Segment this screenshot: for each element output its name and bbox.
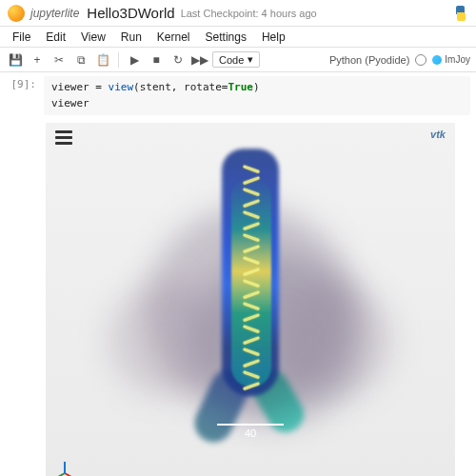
run-button[interactable]: ▶ [125,50,144,69]
orientation-axes[interactable] [51,454,76,476]
paste-button[interactable]: 📋 [93,50,112,69]
imjoy-badge[interactable]: ImJoy [432,54,470,65]
python-icon [453,6,468,21]
menu-settings[interactable]: Settings [199,29,253,46]
imjoy-label: ImJoy [445,54,470,65]
kernel-name[interactable]: Python (Pyodide) [329,54,409,66]
cut-icon: ✂ [54,53,64,67]
code-cell[interactable]: [9]: viewer = view(stent, rotate=True) v… [0,72,476,121]
stop-button[interactable]: ■ [147,50,166,69]
chevron-down-icon: ▾ [248,53,253,66]
notebook-title[interactable]: Hello3DWorld [87,5,174,21]
save-button[interactable]: 💾 [6,50,25,69]
save-icon: 💾 [9,53,23,67]
menu-bar: File Edit View Run Kernel Settings Help [0,27,476,48]
checkpoint-text: Last Checkpoint: 4 hours ago [181,8,317,19]
code-editor[interactable]: viewer = view(stent, rotate=True) viewer [44,76,470,115]
stop-icon: ■ [152,53,159,67]
restart-button[interactable]: ↻ [169,50,188,69]
volume-render[interactable] [108,139,393,444]
menu-run[interactable]: Run [114,29,149,46]
scale-bar: 40 [217,424,284,439]
add-cell-button[interactable]: + [28,50,47,69]
viewer-menu-button[interactable] [55,130,72,144]
toolbar: 💾 + ✂ ⧉ 📋 ▶ ■ ↻ ▶▶ Code ▾ Python (Pyodid… [0,48,476,72]
menu-edit[interactable]: Edit [39,29,72,46]
menu-kernel[interactable]: Kernel [150,29,197,46]
paste-icon: 📋 [96,53,110,67]
vtk-logo: vtk [430,129,446,140]
menu-view[interactable]: View [74,29,112,46]
axis-x-icon [65,472,75,476]
brand-text: jupyterlite [30,7,79,20]
copy-icon: ⧉ [77,53,86,67]
axis-z-icon [64,462,66,473]
imjoy-icon [432,55,442,65]
restart-icon: ↻ [173,53,183,67]
hamburger-icon [55,130,72,133]
cell-type-label: Code [219,54,244,66]
stent-mesh [243,168,260,396]
cell-prompt: [9]: [6,76,44,115]
menu-help[interactable]: Help [255,29,292,46]
fast-forward-icon: ▶▶ [191,53,208,67]
run-icon: ▶ [130,53,139,67]
plus-icon: + [33,53,40,67]
scale-bar-value: 40 [217,427,284,439]
toolbar-separator [118,52,119,68]
restart-run-all-button[interactable]: ▶▶ [190,50,209,69]
copy-button[interactable]: ⧉ [71,50,90,69]
cut-button[interactable]: ✂ [50,50,69,69]
notebook-header: jupyterlite Hello3DWorld Last Checkpoint… [0,0,476,27]
kernel-status-icon[interactable] [415,54,426,66]
cell-type-select[interactable]: Code ▾ [212,51,260,68]
scale-bar-line [217,424,284,426]
cell-output: vtk 40 [46,123,466,476]
jupyter-logo-icon [8,5,25,22]
menu-file[interactable]: File [6,29,37,46]
itk-viewer[interactable]: vtk 40 [46,123,455,476]
